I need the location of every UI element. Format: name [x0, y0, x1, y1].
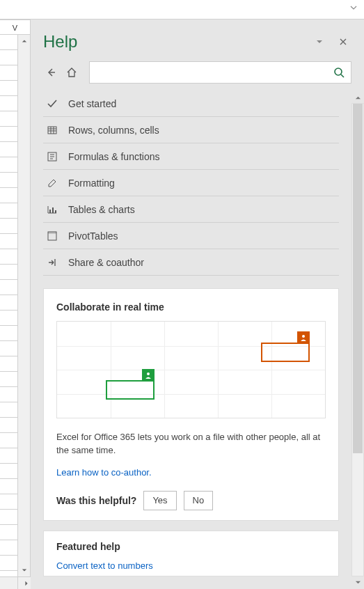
back-icon[interactable]: [43, 65, 58, 80]
pane-vertical-scrollbar[interactable]: [351, 91, 364, 589]
topic-rows-columns-cells[interactable]: Rows, columns, cells: [43, 117, 339, 143]
topic-label: Tables & charts: [68, 204, 135, 215]
search-icon[interactable]: [333, 66, 345, 79]
person-icon: [142, 369, 155, 382]
topic-label: Share & coauthor: [68, 257, 144, 268]
feedback-yes-button[interactable]: Yes: [143, 491, 176, 510]
search-input[interactable]: [95, 68, 333, 78]
sheet-vertical-scrollbar[interactable]: [18, 35, 31, 576]
function-icon: [46, 150, 58, 163]
collaborate-card: Collaborate in real time: [43, 288, 339, 521]
featured-help-card: Featured help Convert text to numbers: [43, 531, 339, 576]
topic-formatting[interactable]: Formatting: [43, 170, 339, 196]
topic-label: PivotTables: [68, 230, 118, 242]
scroll-up-icon[interactable]: [18, 35, 30, 47]
feedback-no-button[interactable]: No: [184, 491, 214, 510]
chart-icon: [46, 203, 58, 216]
help-pane: Help: [31, 19, 364, 589]
scrollbar-track[interactable]: [351, 103, 364, 576]
svg-rect-14: [55, 210, 56, 213]
sheet-horizontal-scrollbar[interactable]: [0, 576, 31, 589]
svg-point-1: [335, 68, 342, 75]
svg-line-2: [341, 74, 344, 77]
column-header[interactable]: V: [0, 19, 31, 35]
svg-point-17: [147, 372, 150, 375]
share-icon: [46, 256, 58, 269]
feedback-question: Was this helpful?: [56, 495, 136, 506]
close-icon[interactable]: [335, 33, 351, 50]
edit-icon: [46, 177, 58, 189]
pane-title: Help: [43, 32, 304, 52]
table-icon: [46, 124, 58, 136]
svg-rect-12: [49, 210, 51, 213]
featured-link-convert-text[interactable]: Convert text to numbers: [56, 560, 153, 571]
topic-pivottables[interactable]: PivotTables: [43, 223, 339, 249]
person-icon: [297, 331, 310, 344]
topic-label: Formulas & functions: [68, 151, 160, 162]
scroll-up-icon[interactable]: [351, 92, 364, 103]
scroll-down-icon[interactable]: [351, 576, 364, 588]
topic-label: Rows, columns, cells: [68, 125, 159, 136]
formula-bar-expand-icon[interactable]: [350, 4, 360, 14]
topic-tables-charts[interactable]: Tables & charts: [43, 196, 339, 223]
check-icon: [46, 97, 58, 110]
help-search-box[interactable]: [89, 61, 351, 84]
pivot-icon: [46, 230, 58, 242]
svg-rect-13: [52, 207, 54, 213]
home-icon[interactable]: [64, 65, 79, 80]
scroll-right-icon[interactable]: [24, 581, 29, 586]
collaborate-illustration: [56, 321, 326, 418]
scrollbar-thumb[interactable]: [353, 104, 363, 453]
user-cursor-orange: [261, 343, 310, 362]
pane-options-icon[interactable]: [311, 33, 328, 50]
svg-rect-3: [48, 127, 56, 134]
help-topics-list: Get started Rows, columns, cells: [43, 91, 339, 276]
topic-get-started[interactable]: Get started: [43, 91, 339, 117]
topic-label: Formatting: [68, 178, 115, 189]
app-root: V: [0, 0, 364, 589]
topic-label: Get started: [68, 98, 116, 109]
user-cursor-green: [106, 380, 155, 400]
scroll-down-icon[interactable]: [18, 564, 30, 576]
topic-formulas-functions[interactable]: Formulas & functions: [43, 143, 339, 170]
lower-area: V: [0, 19, 364, 589]
collaborate-heading: Collaborate in real time: [56, 301, 326, 313]
coauthor-link[interactable]: Learn how to co-author.: [56, 467, 152, 478]
worksheet-edge: V: [0, 19, 31, 589]
collaborate-description: Excel for Office 365 lets you work on a …: [56, 431, 326, 457]
help-content: Get started Rows, columns, cells: [31, 91, 351, 589]
formula-bar[interactable]: [0, 0, 364, 19]
featured-heading: Featured help: [56, 541, 326, 552]
topic-share-coauthor[interactable]: Share & coauthor: [43, 249, 339, 276]
svg-rect-16: [48, 232, 56, 234]
svg-point-18: [302, 335, 305, 338]
cells-column[interactable]: [0, 35, 18, 576]
